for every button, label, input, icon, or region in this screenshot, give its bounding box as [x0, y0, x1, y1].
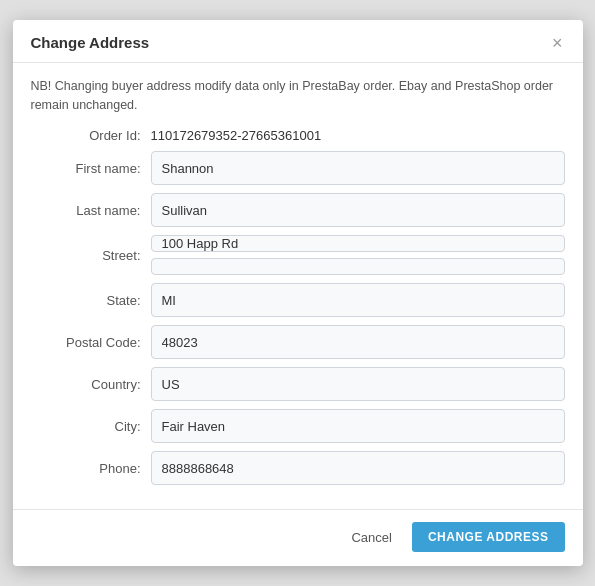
modal-title: Change Address	[31, 34, 150, 51]
order-id-row: Order Id: 110172679352-27665361001	[31, 128, 565, 143]
notice-text: NB! Changing buyer address modify data o…	[31, 77, 565, 115]
order-id-value: 110172679352-27665361001	[151, 128, 322, 143]
postal-code-input[interactable]	[151, 325, 565, 359]
street-label: Street:	[31, 248, 151, 263]
order-id-label: Order Id:	[31, 128, 151, 143]
first-name-row: First name:	[31, 151, 565, 185]
first-name-input[interactable]	[151, 151, 565, 185]
postal-code-row: Postal Code:	[31, 325, 565, 359]
street-input-2[interactable]	[151, 258, 565, 275]
change-address-modal: Change Address × NB! Changing buyer addr…	[13, 20, 583, 567]
first-name-label: First name:	[31, 161, 151, 176]
country-input[interactable]	[151, 367, 565, 401]
last-name-input[interactable]	[151, 193, 565, 227]
country-row: Country:	[31, 367, 565, 401]
state-row: State:	[31, 283, 565, 317]
phone-label: Phone:	[31, 461, 151, 476]
street-group	[151, 235, 565, 275]
last-name-row: Last name:	[31, 193, 565, 227]
phone-row: Phone:	[31, 451, 565, 485]
modal-footer: Cancel CHANGE ADDRESS	[13, 509, 583, 566]
modal-header: Change Address ×	[13, 20, 583, 63]
close-button[interactable]: ×	[550, 34, 565, 52]
street-input-1[interactable]	[151, 235, 565, 252]
cancel-button[interactable]: Cancel	[341, 524, 401, 551]
modal-body: NB! Changing buyer address modify data o…	[13, 63, 583, 504]
postal-code-label: Postal Code:	[31, 335, 151, 350]
country-label: Country:	[31, 377, 151, 392]
street-row: Street:	[31, 235, 565, 275]
state-input[interactable]	[151, 283, 565, 317]
modal-overlay: Change Address × NB! Changing buyer addr…	[0, 0, 595, 586]
phone-input[interactable]	[151, 451, 565, 485]
city-row: City:	[31, 409, 565, 443]
city-input[interactable]	[151, 409, 565, 443]
city-label: City:	[31, 419, 151, 434]
state-label: State:	[31, 293, 151, 308]
change-address-button[interactable]: CHANGE ADDRESS	[412, 522, 565, 552]
last-name-label: Last name:	[31, 203, 151, 218]
